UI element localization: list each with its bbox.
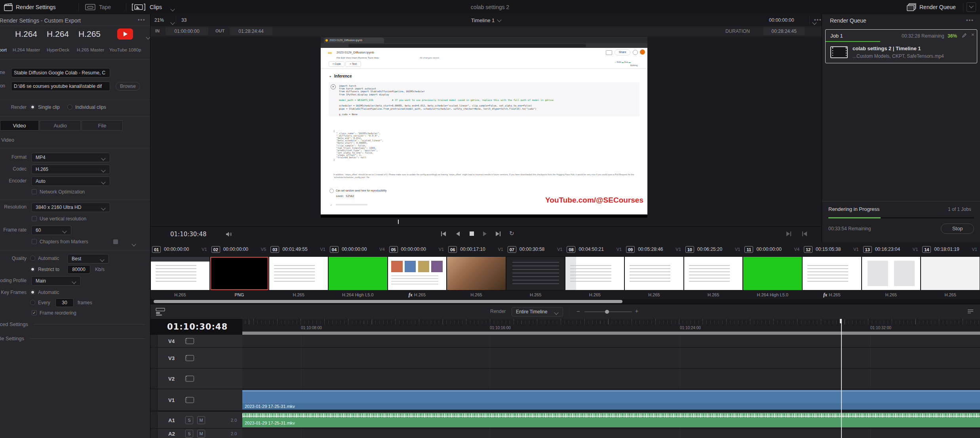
queue-options-icon[interactable]: ••• [966, 17, 974, 23]
stop-render-button[interactable]: Stop [941, 224, 974, 234]
quality-automatic-radio[interactable] [30, 256, 35, 261]
zoom-slider-thumb[interactable] [605, 310, 609, 314]
track-header-v3[interactable]: V3 [150, 348, 242, 368]
network-optimization-checkbox[interactable] [32, 189, 37, 194]
codec-select[interactable]: H.265 [31, 165, 110, 174]
chapters-checkbox[interactable] [32, 239, 37, 244]
subtitle-settings-label[interactable]: Subtitle Settings [0, 336, 24, 341]
frame-reordering-checkbox[interactable] [32, 310, 37, 315]
clip-entry[interactable]: 0200:00:00:00V5 [210, 242, 269, 256]
clip-thumbnail[interactable] [921, 257, 980, 290]
location-input[interactable]: D:\86 se courses youtube kanali\stable d… [11, 82, 110, 91]
scrollbar-thumb[interactable] [154, 300, 622, 303]
chevron-down-icon[interactable] [132, 242, 136, 246]
scrub-playhead[interactable] [398, 220, 399, 224]
presets-scroll-icon[interactable] [146, 35, 150, 39]
clip-thumbnail[interactable] [269, 257, 328, 290]
clip-thumbnail[interactable] [803, 257, 861, 290]
network-optimization-label[interactable]: Network Optimization [40, 189, 85, 195]
audio-clip[interactable]: 2023-01-29 17-25-31.mkv [242, 413, 980, 427]
timeline-options-icon[interactable] [967, 308, 974, 315]
tab-audio[interactable]: Audio [40, 120, 81, 131]
clip-entry[interactable]: 0600:00:17:10V1 [447, 242, 506, 256]
render-queue-toggle[interactable]: Render Queue [919, 4, 956, 10]
keyframes-input[interactable]: 30 [55, 298, 74, 307]
clip-entry[interactable]: 0400:00:00:00V4 [328, 242, 388, 256]
marker-color-swatch[interactable] [113, 239, 118, 244]
clip-thumbnail[interactable] [862, 257, 921, 290]
audio-mute-icon[interactable] [226, 231, 232, 237]
clip-entry[interactable]: 1200:15:05:38V1 [802, 242, 862, 256]
clip-thumbnail[interactable] [743, 257, 802, 290]
track-lane-v4[interactable] [242, 335, 980, 347]
clip-entry[interactable]: 1000:06:25:20V1 [684, 242, 743, 256]
mute-button[interactable]: M [197, 430, 205, 438]
clip-thumbnail[interactable] [684, 257, 743, 290]
resolution-select[interactable]: 3840 x 2160 Ultra HD [31, 203, 110, 212]
panel-toggle-icon[interactable] [967, 2, 976, 12]
preset-label-h265-master[interactable]: H.265 Master [77, 47, 104, 52]
clip-thumbnail[interactable] [506, 257, 565, 290]
timeline-scrollbar[interactable] [242, 332, 980, 335]
viewer-options-icon[interactable]: ••• [814, 17, 822, 23]
preset-label-hyperdeck[interactable]: HyperDeck [47, 47, 69, 52]
jump-prev-icon[interactable] [786, 231, 791, 236]
render-job-card[interactable]: Job 1 00:32:28 Remaining 36% × colab set… [825, 29, 977, 63]
keyframes-automatic-radio[interactable] [30, 290, 35, 295]
clip-entry[interactable]: 0900:05:28:46V1 [624, 242, 684, 256]
youtube-icon[interactable] [117, 28, 133, 40]
encoding-profile-select[interactable]: Main [31, 276, 81, 286]
keyframes-automatic-label[interactable]: Automatic [38, 290, 59, 295]
track-header-a1[interactable]: A1SM2.0 [150, 412, 242, 428]
tab-file[interactable]: File [82, 120, 123, 131]
clip-thumbnail[interactable] [210, 257, 269, 290]
preset-h265-master[interactable]: H.265 [78, 29, 101, 39]
video-clip[interactable]: 2023-01-29 17-25-31.mkv [242, 390, 980, 410]
clip-thumbnail[interactable] [447, 257, 506, 290]
preset-label-youtube-1080p[interactable]: YouTube 1080p [109, 47, 141, 52]
track-lane-a2[interactable] [242, 429, 980, 438]
individual-clips-label[interactable]: Individual clips [75, 104, 106, 110]
solo-button[interactable]: S [185, 416, 193, 424]
clip-entry[interactable]: 0100:00:00:00V1 [150, 242, 210, 256]
preset-label-custom-export[interactable]: Custom Export [0, 47, 7, 52]
goto-last-frame-button[interactable] [496, 231, 500, 236]
goto-first-frame-button[interactable] [441, 231, 446, 236]
clip-entry[interactable]: 0700:00:30:58V1 [506, 242, 565, 256]
clip-entry[interactable]: 0800:04:50:21V1 [565, 242, 624, 256]
quality-best-select[interactable]: Best [67, 254, 109, 264]
clip-entry[interactable]: 1400:18:01:19V1 [921, 242, 980, 256]
solo-button[interactable]: S [185, 430, 193, 438]
clip-entry[interactable]: 1100:00:00:00V4 [743, 242, 802, 256]
clip-entry[interactable]: 0300:01:49:55V1 [269, 242, 328, 256]
clip-thumbnail[interactable] [329, 257, 387, 290]
quality-automatic-label[interactable]: Automatic [38, 256, 59, 261]
track-lane-v1[interactable]: 2023-01-29 17-25-31.mkv [242, 389, 980, 410]
delete-job-icon[interactable]: × [971, 32, 974, 38]
track-lane-a1[interactable]: 2023-01-29 17-25-31.mkv [242, 412, 980, 428]
single-clip-radio[interactable] [30, 104, 35, 110]
vertical-resolution-label[interactable]: Use vertical resolution [40, 216, 86, 222]
play-reverse-button[interactable] [456, 231, 460, 236]
filename-input[interactable]: Stable Diffusion Google Colab - Resume, … [11, 68, 110, 78]
stop-button[interactable] [470, 231, 474, 236]
clips-scrollbar[interactable] [150, 299, 980, 304]
mute-button[interactable]: M [197, 416, 205, 424]
track-header-v2[interactable]: V2 [150, 369, 242, 389]
browse-button[interactable]: Browse [116, 82, 140, 91]
timeline-view-icon[interactable] [156, 308, 165, 316]
preset-h264-master[interactable]: H.264 [15, 29, 37, 39]
edit-job-icon[interactable] [962, 33, 967, 38]
encoder-select[interactable]: Auto [31, 176, 110, 186]
render-range-select[interactable]: Entire Timeline [512, 307, 563, 317]
track-header-v4[interactable]: V4 [150, 335, 242, 347]
panel-options-icon[interactable]: ••• [138, 17, 146, 23]
keyframes-every-label[interactable]: Every [38, 300, 50, 305]
clip-thumbnail[interactable] [625, 257, 683, 290]
format-select[interactable]: MP4 [31, 153, 110, 162]
timeline-selector[interactable]: Timeline 1 [150, 17, 822, 23]
vertical-resolution-checkbox[interactable] [32, 216, 37, 221]
restrict-to-radio[interactable] [30, 267, 35, 272]
individual-clips-radio[interactable] [67, 104, 72, 110]
chapters-label[interactable]: Chapters from Markers [40, 239, 88, 245]
